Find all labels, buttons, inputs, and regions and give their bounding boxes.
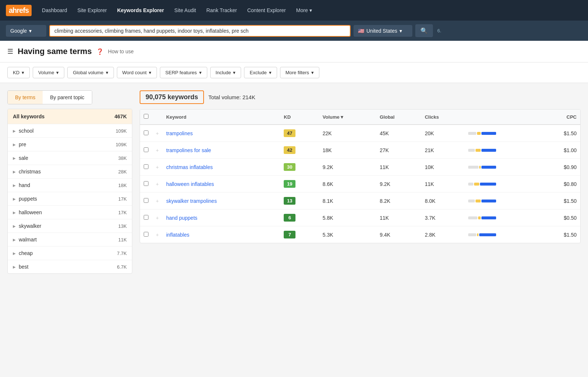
engine-select[interactable]: Google ▾ bbox=[6, 25, 46, 37]
search-button[interactable]: 🔍 bbox=[415, 24, 433, 37]
row-add[interactable]: + bbox=[152, 142, 162, 159]
list-item[interactable]: ▶ puppets 17K bbox=[8, 192, 132, 205]
chevron-down-icon: ▾ bbox=[269, 70, 272, 75]
nav-site-audit[interactable]: Site Audit bbox=[170, 4, 200, 16]
traffic-bar-col-header bbox=[465, 109, 539, 125]
hamburger-icon[interactable]: ☰ bbox=[7, 47, 13, 55]
volume-filter[interactable]: Volume ▾ bbox=[33, 67, 64, 78]
sidebar-item-label: halloween bbox=[19, 209, 42, 215]
row-volume: 18K bbox=[319, 142, 376, 159]
table-row: + halloween inflatables 19 8.6K 9.2K 11K bbox=[140, 176, 580, 193]
row-keyword[interactable]: hand puppets bbox=[162, 209, 280, 226]
row-cpc: $1.50 bbox=[539, 226, 580, 243]
exclude-filter[interactable]: Exclude ▾ bbox=[244, 67, 277, 78]
sidebar-item-count: 6.7K bbox=[117, 264, 127, 270]
row-add[interactable]: + bbox=[152, 226, 162, 243]
row-checkbox[interactable] bbox=[140, 176, 152, 193]
serp-features-filter[interactable]: SERP features ▾ bbox=[160, 67, 207, 78]
include-filter[interactable]: Include ▾ bbox=[210, 67, 241, 78]
list-item[interactable]: ▶ skywalker 13K bbox=[8, 219, 132, 233]
list-item[interactable]: ▶ christmas 28K bbox=[8, 165, 132, 178]
row-global: 11K bbox=[376, 159, 421, 176]
country-select[interactable]: 🇺🇸 United States ▾ bbox=[354, 25, 412, 37]
kd-col-header[interactable]: KD bbox=[280, 109, 319, 125]
chevron-down-icon: ▾ bbox=[233, 70, 236, 75]
row-add[interactable]: + bbox=[152, 159, 162, 176]
list-item[interactable]: ▶ best 6.7K bbox=[8, 260, 132, 273]
nav-dashboard[interactable]: Dashboard bbox=[37, 4, 72, 16]
row-checkbox[interactable] bbox=[140, 193, 152, 209]
word-count-filter[interactable]: Word count ▾ bbox=[117, 67, 157, 78]
global-volume-filter[interactable]: Global volume ▾ bbox=[67, 67, 114, 78]
list-item[interactable]: ▶ school 109K bbox=[8, 124, 132, 137]
sidebar-item-count: 38K bbox=[118, 155, 127, 161]
expand-icon: ▶ bbox=[13, 265, 16, 269]
row-clicks: 8.0K bbox=[421, 193, 465, 209]
global-col-header[interactable]: Global bbox=[376, 109, 421, 125]
row-checkbox[interactable] bbox=[140, 226, 152, 243]
sidebar-item-label: best bbox=[19, 264, 28, 270]
list-item[interactable]: ▶ sale 38K bbox=[8, 151, 132, 165]
nav-site-explorer[interactable]: Site Explorer bbox=[73, 4, 111, 16]
row-add[interactable]: + bbox=[152, 176, 162, 193]
row-traffic-bar bbox=[465, 226, 539, 243]
row-checkbox[interactable] bbox=[140, 125, 152, 142]
row-add[interactable]: + bbox=[152, 209, 162, 226]
row-global: 45K bbox=[376, 125, 421, 142]
keyword-count-badge: 90,075 keywords bbox=[140, 90, 204, 104]
table-header-row: Keyword KD Volume ▾ Global Clicks CPC bbox=[140, 109, 580, 125]
row-keyword[interactable]: halloween inflatables bbox=[162, 176, 280, 193]
row-clicks: 20K bbox=[421, 125, 465, 142]
row-keyword[interactable]: skywalker trampolines bbox=[162, 193, 280, 209]
how-to-use-link[interactable]: How to use bbox=[108, 49, 134, 54]
list-item[interactable]: ▶ halloween 17K bbox=[8, 205, 132, 219]
row-keyword[interactable]: trampolines bbox=[162, 125, 280, 142]
sidebar-item-count: 17K bbox=[118, 210, 127, 215]
sidebar: By terms By parent topic All keywords 46… bbox=[7, 90, 132, 377]
volume-col-header[interactable]: Volume ▾ bbox=[319, 109, 376, 125]
row-traffic-bar bbox=[465, 193, 539, 209]
expand-icon: ▶ bbox=[13, 197, 16, 201]
more-filters-filter[interactable]: More filters ▾ bbox=[280, 67, 319, 78]
row-add[interactable]: + bbox=[152, 125, 162, 142]
row-checkbox[interactable] bbox=[140, 142, 152, 159]
list-item[interactable]: ▶ hand 18K bbox=[8, 178, 132, 192]
row-checkbox[interactable] bbox=[140, 159, 152, 176]
cpc-col-header[interactable]: CPC bbox=[539, 109, 580, 125]
expand-icon: ▶ bbox=[13, 143, 16, 147]
table-row: + trampolines 47 22K 45K 20K bbox=[140, 125, 580, 142]
list-item[interactable]: ▶ pre 109K bbox=[8, 137, 132, 151]
help-icon[interactable]: ❓ bbox=[96, 48, 104, 55]
nav-rank-tracker[interactable]: Rank Tracker bbox=[202, 4, 241, 16]
logo[interactable]: ahrefs bbox=[6, 5, 32, 16]
sidebar-item-label: hand bbox=[19, 182, 30, 188]
credits-display: 6. bbox=[437, 28, 441, 33]
sidebar-item-label: walmart bbox=[19, 237, 37, 243]
expand-icon: ▶ bbox=[13, 156, 16, 160]
row-traffic-bar bbox=[465, 142, 539, 159]
clicks-col-header[interactable]: Clicks bbox=[421, 109, 465, 125]
select-all-checkbox[interactable] bbox=[144, 114, 148, 119]
tab-by-terms[interactable]: By terms bbox=[8, 91, 43, 104]
sidebar-item-label: pre bbox=[19, 141, 26, 147]
row-keyword[interactable]: inflatables bbox=[162, 226, 280, 243]
nav-content-explorer[interactable]: Content Explorer bbox=[243, 4, 290, 16]
row-add[interactable]: + bbox=[152, 193, 162, 209]
search-input[interactable] bbox=[54, 28, 345, 34]
nav-more[interactable]: More ▾ bbox=[292, 4, 316, 16]
kd-filter[interactable]: KD ▾ bbox=[7, 67, 30, 78]
list-item[interactable]: ▶ walmart 11K bbox=[8, 233, 132, 246]
list-item[interactable]: ▶ cheap 7.7K bbox=[8, 246, 132, 260]
sidebar-all-keywords-row[interactable]: All keywords 467K bbox=[8, 109, 132, 124]
tab-by-parent-topic[interactable]: By parent topic bbox=[43, 91, 92, 104]
row-cpc: $1.50 bbox=[539, 125, 580, 142]
row-kd: 30 bbox=[280, 159, 319, 176]
sidebar-item-count: 7.7K bbox=[117, 251, 127, 256]
row-global: 9.2K bbox=[376, 176, 421, 193]
row-kd: 42 bbox=[280, 142, 319, 159]
row-checkbox[interactable] bbox=[140, 209, 152, 226]
sidebar-all-keywords-label: All keywords bbox=[13, 114, 44, 119]
nav-keywords-explorer[interactable]: Keywords Explorer bbox=[113, 4, 169, 16]
row-keyword[interactable]: trampolines for sale bbox=[162, 142, 280, 159]
row-keyword[interactable]: christmas inflatables bbox=[162, 159, 280, 176]
